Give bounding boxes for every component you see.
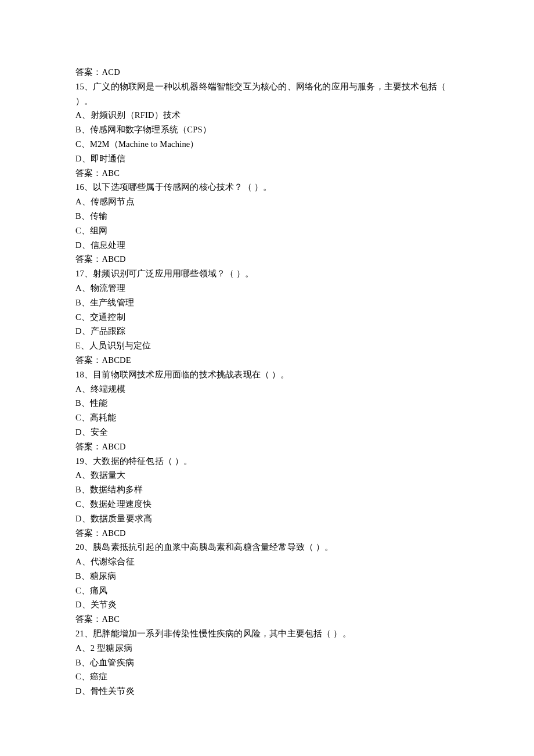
- answer-label: 答案：: [75, 168, 102, 178]
- question-number: 21: [75, 629, 84, 638]
- option: A、数据量大: [75, 468, 459, 483]
- option: A、射频识别（RFID）技术: [75, 108, 459, 123]
- option: D、即时通信: [75, 152, 459, 166]
- option: A、终端规模: [75, 382, 459, 397]
- question-stem: 17、射频识别可广泛应用用哪些领域？（ ）。: [75, 267, 459, 281]
- question-number: 18: [75, 370, 84, 379]
- option: C、癌症: [75, 669, 459, 684]
- question-stem: 15、广义的物联网是一种以机器终端智能交互为核心的、网络化的应用与服务，主要技术…: [75, 80, 459, 109]
- answer-value: ABCD: [102, 254, 126, 264]
- answer-line: 答案：ACD: [75, 65, 459, 80]
- option: D、产品跟踪: [75, 324, 459, 339]
- question-number: 15: [75, 82, 84, 91]
- question-text: 肥胖能增加一系列非传染性慢性疾病的风险，其中主要包括（ ）。: [93, 629, 351, 638]
- option: B、传感网和数字物理系统（CPS）: [75, 123, 459, 137]
- option: D、数据质量要求高: [75, 512, 459, 526]
- option: A、传感网节点: [75, 195, 459, 209]
- answer-label: 答案：: [75, 614, 102, 624]
- option: A、物流管理: [75, 281, 459, 296]
- option: B、传输: [75, 209, 459, 224]
- answer-line: 答案：ABC: [75, 166, 459, 181]
- question-stem: 20、胰岛素抵抗引起的血浆中高胰岛素和高糖含量经常导致（ ）。: [75, 540, 459, 555]
- question-number: 19: [75, 456, 84, 466]
- option: A、2 型糖尿病: [75, 641, 459, 656]
- answer-value: ABC: [102, 168, 120, 178]
- answer-value: ABCD: [102, 442, 126, 451]
- answer-line: 答案：ABCDE: [75, 353, 459, 368]
- answer-line: 答案：ABCD: [75, 252, 459, 267]
- question-stem: 18、目前物联网技术应用面临的技术挑战表现在（ ）。: [75, 368, 459, 382]
- answer-value: ABC: [102, 614, 120, 624]
- option: D、关节炎: [75, 597, 459, 612]
- question-stem: 21、肥胖能增加一系列非传染性慢性疾病的风险，其中主要包括（ ）。: [75, 627, 459, 641]
- answer-line: 答案：ABCD: [75, 526, 459, 541]
- answer-value: ACD: [102, 67, 120, 77]
- question-text: 以下选项哪些属于传感网的核心技术？（ ）。: [93, 182, 272, 192]
- question-stem: 19、大数据的特征包括（ ）。: [75, 454, 459, 469]
- answer-label: 答案：: [75, 355, 102, 365]
- answer-label: 答案：: [75, 442, 102, 451]
- question-text: 目前物联网技术应用面临的技术挑战表现在（ ）。: [93, 370, 289, 379]
- option: D、骨性关节炎: [75, 684, 459, 699]
- option: B、糖尿病: [75, 569, 459, 584]
- answer-line: 答案：ABCD: [75, 440, 459, 454]
- option: B、数据结构多样: [75, 483, 459, 497]
- answer-value: ABCDE: [102, 355, 131, 365]
- answer-label: 答案：: [75, 254, 102, 264]
- answer-line: 答案：ABC: [75, 612, 459, 627]
- question-number: 17: [75, 269, 84, 278]
- option: C、交通控制: [75, 310, 459, 325]
- option: A、代谢综合征: [75, 555, 459, 569]
- option: C、数据处理速度快: [75, 497, 459, 512]
- answer-value: ABCD: [102, 528, 126, 538]
- option: D、信息处理: [75, 238, 459, 253]
- question-stem: 16、以下选项哪些属于传感网的核心技术？（ ）。: [75, 180, 459, 195]
- question-number: 16: [75, 182, 84, 192]
- option: E、人员识别与定位: [75, 339, 459, 353]
- option: B、性能: [75, 396, 459, 411]
- option: C、M2M（Machine to Machine）: [75, 137, 459, 152]
- question-text: 射频识别可广泛应用用哪些领域？（ ）。: [93, 269, 254, 278]
- option: C、组网: [75, 224, 459, 238]
- option: B、生产线管理: [75, 296, 459, 310]
- option: B、心血管疾病: [75, 656, 459, 670]
- option: C、痛风: [75, 584, 459, 598]
- answer-label: 答案：: [75, 528, 102, 538]
- question-text: 胰岛素抵抗引起的血浆中高胰岛素和高糖含量经常导致（ ）。: [93, 542, 333, 552]
- answer-label: 答案：: [75, 67, 102, 77]
- question-number: 20: [75, 542, 84, 552]
- question-text: 广义的物联网是一种以机器终端智能交互为核心的、网络化的应用与服务，主要技术包括（…: [75, 82, 446, 106]
- option: C、高耗能: [75, 411, 459, 425]
- option: D、安全: [75, 425, 459, 440]
- question-text: 大数据的特征包括（ ）。: [93, 456, 192, 466]
